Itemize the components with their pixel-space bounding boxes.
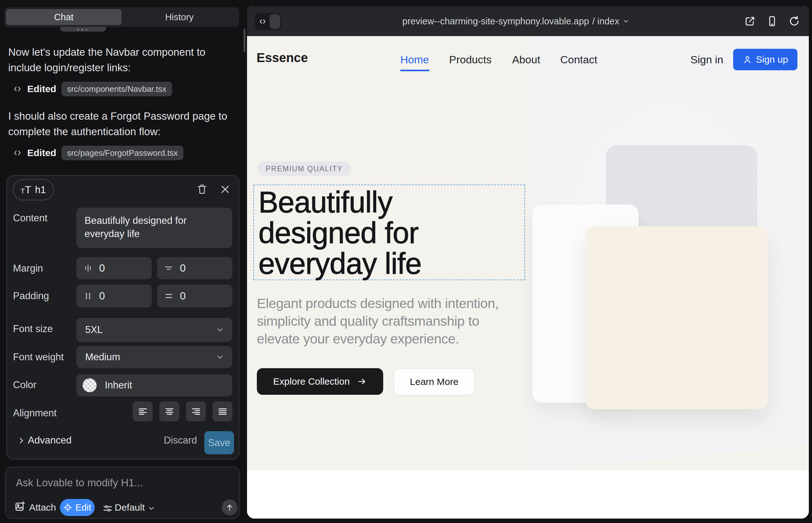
save-button[interactable]: Save [204, 431, 234, 454]
font-size-label: Font size [13, 323, 53, 335]
discard-button[interactable]: Discard [164, 435, 197, 446]
site-preview: Essence Home Products About Contact Sign… [247, 36, 809, 519]
alignment-label: Alignment [13, 408, 57, 419]
chat-message: I should also create a Forgot Password p… [8, 108, 230, 139]
advanced-toggle[interactable]: Advanced [28, 435, 72, 446]
align-justify-button[interactable] [212, 401, 232, 421]
edited-file-row: Edited src/pages/ForgotPassword.tsx [13, 146, 183, 160]
mode-select[interactable]: Default [114, 502, 145, 513]
element-editor-panel: TT h1 Content Beautifully designed for e… [6, 175, 240, 460]
margin-y-input[interactable]: 0 [157, 257, 232, 279]
code-icon [13, 148, 22, 158]
align-left-button[interactable] [133, 401, 153, 421]
edited-file-chip[interactable]: src/components/Navbar.tsx [61, 82, 172, 96]
arrow-right-icon [357, 377, 367, 386]
edited-file-chip[interactable]: src/pages/ForgotPassword.tsx [61, 146, 184, 160]
chevron-down-icon [216, 325, 225, 334]
nav-link-home[interactable]: Home [400, 54, 429, 66]
explore-collection-button[interactable]: Explore Collection [257, 368, 383, 395]
nav-link-about[interactable]: About [512, 54, 540, 66]
signup-button[interactable]: Sign up [733, 49, 797, 70]
edit-mode-button[interactable]: Edit [60, 499, 95, 516]
padding-y-input[interactable]: 0 [157, 285, 232, 307]
close-panel-button[interactable] [220, 184, 231, 195]
chevron-down-icon [216, 353, 225, 362]
content-label: Content [13, 213, 48, 224]
edited-label: Edited [27, 84, 56, 94]
chat-history-tabs: Chat History [4, 7, 239, 27]
tab-history[interactable]: History [122, 9, 237, 25]
padding-label: Padding [13, 290, 49, 302]
nav-active-underline [400, 70, 429, 71]
nav-link-contact[interactable]: Contact [560, 54, 597, 66]
signin-link[interactable]: Sign in [690, 54, 723, 66]
margin-label: Margin [13, 263, 43, 274]
font-weight-label: Font weight [13, 351, 64, 363]
section-below-hero [247, 470, 809, 519]
hero-paragraph: Elegant products designed with intention… [257, 294, 510, 348]
chevron-right-icon [17, 437, 25, 445]
attach-button[interactable]: Attach [29, 502, 56, 513]
edited-file-row: Edited src/components/Navbar.tsx [13, 82, 172, 96]
delete-element-button[interactable] [196, 184, 208, 195]
preview-url[interactable]: preview--charming-site-symphony.lovable.… [403, 6, 630, 36]
target-icon [63, 503, 72, 512]
chat-composer[interactable]: Ask Lovable to modify H1... Attach Edit … [5, 467, 240, 519]
padding-x-input[interactable]: 0 [76, 285, 152, 307]
toggle-knob [269, 14, 280, 29]
lovable-app: ... Chat History Now let's update the Na… [0, 0, 812, 523]
user-icon [743, 55, 752, 64]
code-icon [13, 84, 22, 94]
sliders-icon [103, 503, 113, 513]
learn-more-button[interactable]: Learn More [394, 368, 475, 395]
arrow-up-icon [226, 503, 234, 511]
nav-link-products[interactable]: Products [449, 54, 492, 66]
code-preview-toggle[interactable] [255, 13, 282, 30]
element-tag-badge: TT h1 [13, 179, 54, 200]
hero-badge: PREMIUM QUALITY [258, 161, 351, 176]
mobile-view-button[interactable] [766, 16, 778, 27]
refresh-button[interactable] [789, 16, 800, 27]
margin-x-input[interactable]: 0 [76, 257, 152, 279]
chat-scrollbar[interactable] [244, 29, 245, 52]
code-icon [255, 13, 270, 30]
align-center-button[interactable] [159, 401, 179, 421]
align-right-button[interactable] [186, 401, 206, 421]
edited-label: Edited [27, 147, 56, 158]
open-external-button[interactable] [744, 16, 756, 27]
chevron-down-icon [147, 505, 155, 512]
color-swatch [83, 378, 96, 392]
preview-window: preview--charming-site-symphony.lovable.… [247, 6, 809, 519]
selection-outline[interactable]: Beautifully designed for everyday life [253, 184, 525, 280]
chat-message: Now let's update the Navbar component to… [8, 44, 230, 75]
tab-chat[interactable]: Chat [6, 9, 122, 25]
typography-icon: TT [21, 184, 31, 196]
decorative-card-beige [586, 227, 768, 409]
color-label: Color [13, 379, 36, 391]
font-weight-select[interactable]: Medium [76, 346, 232, 368]
send-button[interactable] [222, 500, 237, 516]
composer-placeholder: Ask Lovable to modify H1... [16, 477, 143, 489]
preview-toolbar: preview--charming-site-symphony.lovable.… [247, 6, 809, 36]
font-size-select[interactable]: 5XL [76, 318, 232, 342]
chevron-down-icon [622, 18, 629, 25]
site-logo[interactable]: Essence [257, 51, 308, 65]
hero-heading: Beautifully designed for everyday life [259, 187, 422, 279]
element-tag-label: h1 [35, 184, 46, 196]
content-textarea[interactable]: Beautifully designed for everyday life [76, 208, 232, 248]
attach-icon [15, 501, 25, 511]
color-select[interactable]: Inherit [76, 374, 232, 396]
